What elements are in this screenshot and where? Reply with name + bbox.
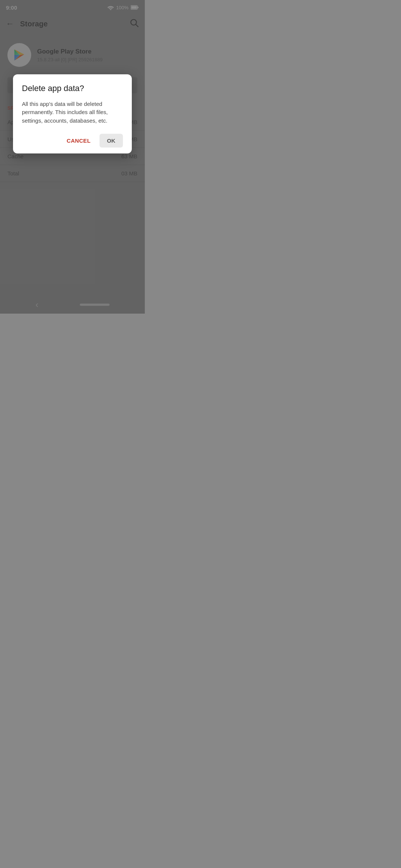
delete-app-data-dialog: Delete app data? All this app's data wil…: [13, 74, 132, 153]
dialog-actions: CANCEL OK: [22, 134, 123, 148]
screen: 9:00 100% ← Storage: [0, 0, 145, 314]
cancel-button[interactable]: CANCEL: [61, 134, 97, 148]
ok-button[interactable]: OK: [100, 134, 123, 148]
dialog-title: Delete app data?: [22, 83, 123, 94]
dialog-overlay: Delete app data? All this app's data wil…: [0, 0, 145, 314]
dialog-message: All this app's data will be deleted perm…: [22, 100, 123, 125]
